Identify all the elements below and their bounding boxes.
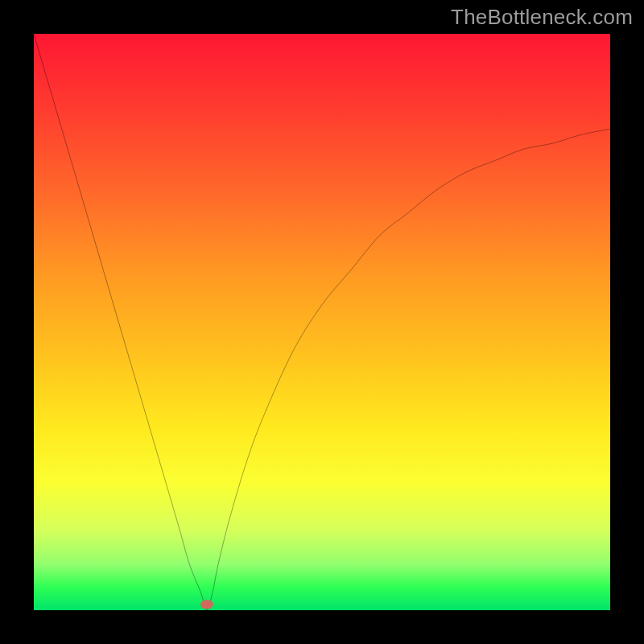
curve-line (34, 34, 610, 610)
bottleneck-curve (34, 34, 610, 610)
watermark-text: TheBottleneck.com (451, 5, 633, 30)
chart-frame: TheBottleneck.com (0, 0, 644, 644)
chart-svg (34, 34, 610, 610)
min-marker (200, 600, 213, 609)
